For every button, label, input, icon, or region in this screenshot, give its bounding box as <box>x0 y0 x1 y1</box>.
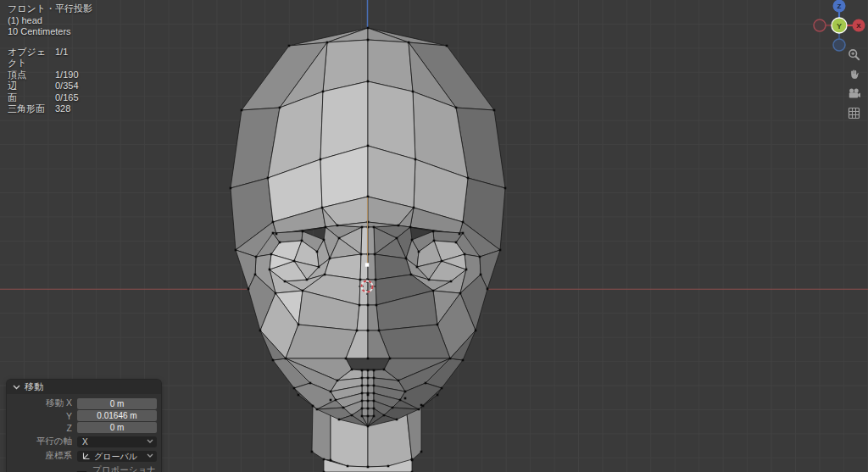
move-y-field[interactable]: 0.01646 m <box>77 410 157 421</box>
gizmo-z-label: Z <box>837 3 842 10</box>
orient-axis-value: X <box>82 436 143 447</box>
selected-vertex[interactable] <box>365 263 369 266</box>
stat-faces: 面 0/165 <box>8 92 92 104</box>
orient-axis-label: 平行の軸 <box>11 436 77 447</box>
viewport-nav-toolbar <box>847 47 862 120</box>
move-x-label: 移動 X <box>11 397 77 409</box>
grid-scale-label: 10 Centimeters <box>8 26 92 38</box>
move-z-label: Z <box>11 423 77 433</box>
operator-panel-body: 移動 X 0 m Y 0.01646 m Z 0 m 平行の軸 X 座標系 <box>7 394 161 472</box>
pan-hand-icon[interactable] <box>847 67 861 81</box>
move-x-field[interactable]: 0 m <box>77 398 157 409</box>
stat-objects: オブジェクト 1/1 <box>8 47 92 69</box>
global-orientation-icon <box>82 452 91 460</box>
move-z-row: Z 0 m <box>11 422 157 433</box>
move-x-row: 移動 X 0 m <box>11 397 157 409</box>
operator-panel-move: 移動 移動 X 0 m Y 0.01646 m Z 0 m 平行の軸 X 座標系 <box>7 380 161 472</box>
gizmo-x-label: X <box>856 22 861 30</box>
panel-title: 移動 <box>25 380 43 393</box>
orient-axis-dropdown[interactable]: X <box>77 436 157 447</box>
viewport-info-overlay: フロント・平行投影 (1) head 10 Centimeters オブジェクト… <box>8 3 92 115</box>
collapse-chevron-icon <box>13 385 20 390</box>
proportional-edit-row: プロポーショナル編集 <box>11 464 157 472</box>
operator-panel-header[interactable]: 移動 <box>7 380 161 394</box>
navigation-gizmo[interactable]: Z X Y <box>812 0 866 53</box>
gizmo-y-label: Y <box>837 22 842 31</box>
chevron-down-icon <box>147 439 153 444</box>
stat-triangles: 三角形面 328 <box>8 103 92 115</box>
mesh-statistics: オブジェクト 1/1 頂点 1/190 辺 0/354 面 0/165 三角形面… <box>8 47 92 115</box>
move-y-row: Y 0.01646 m <box>11 410 157 421</box>
active-object-label: (1) head <box>8 15 92 27</box>
move-y-label: Y <box>11 411 77 421</box>
chevron-down-icon <box>147 453 153 458</box>
proportional-edit-label: プロポーショナル編集 <box>92 464 157 472</box>
stat-edges: 辺 0/354 <box>8 81 92 92</box>
orientation-value: グローバル <box>94 451 143 462</box>
gizmo-axis-z-negative[interactable] <box>833 39 845 51</box>
blender-3d-viewport: { "viewport": { "view_label": "フロント・平行投影… <box>0 0 868 472</box>
zoom-icon[interactable] <box>847 47 861 62</box>
orientation-label: 座標系 <box>11 450 77 462</box>
gizmo-axis-x-negative[interactable] <box>814 19 826 31</box>
move-z-field[interactable]: 0 m <box>77 422 157 433</box>
camera-view-icon[interactable] <box>847 86 861 101</box>
view-name-label: フロント・平行投影 <box>8 3 92 15</box>
orientation-row: 座標系 グローバル <box>11 450 157 462</box>
grid-perspective-icon[interactable] <box>847 106 861 120</box>
stat-vertices: 頂点 1/190 <box>8 69 92 81</box>
orientation-dropdown[interactable]: グローバル <box>77 451 157 462</box>
orient-axis-row: 平行の軸 X <box>11 436 157 447</box>
